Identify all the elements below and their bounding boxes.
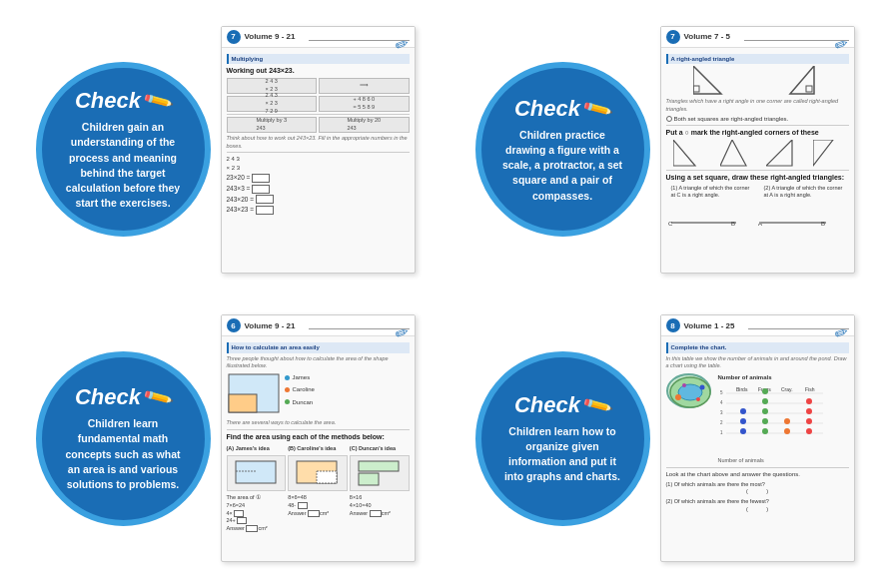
ws-chart-grid: Number of animals Birds Frogs Cray. Fish: [718, 373, 849, 464]
ws-chart-y-label: Number of animals: [718, 457, 849, 465]
svg-point-41: [762, 418, 768, 424]
check-header-bottom-right: Check ✏️: [514, 392, 610, 418]
svg-point-50: [806, 398, 812, 404]
quadrant-top-left: Check ✏️ Children gain an understanding …: [11, 15, 441, 285]
ws-triangle-examples: [666, 140, 849, 168]
svg-rect-3: [806, 86, 812, 92]
svg-text:1: 1: [720, 430, 723, 435]
tri-ex-4: [813, 140, 841, 168]
ws-james-eq: The area of ① 7×6=24 4× 24+ Answer cm²: [227, 494, 287, 532]
ws-method-james: (A) James's idea The area of ① 7×6=24 4×…: [227, 445, 287, 533]
svg-rect-19: [317, 471, 337, 483]
ws-checkbox-row-1: Both set squares are right-angled triang…: [666, 115, 849, 123]
svg-point-46: [784, 418, 790, 424]
tri-ex-1: [673, 140, 701, 168]
ws-badge-bottom-left: 6: [227, 318, 241, 332]
check-circle-top-left: Check ✏️ Children gain an understanding …: [36, 62, 211, 237]
name-caroline: Caroline: [285, 385, 315, 393]
svg-marker-0: [693, 66, 721, 94]
ws-method-grid: (A) James's idea The area of ① 7×6=24 4×…: [227, 445, 410, 533]
check-header-bottom-left: Check ✏️: [75, 384, 171, 410]
ws-cell-3: 2 4 3× 2 37 2 9: [227, 96, 318, 112]
james-rect-svg: [234, 459, 279, 487]
name-james: James: [285, 373, 315, 381]
worksheet-triangles: ✏ 7 Volume 7 - 5 A right-angled triangle…: [660, 26, 855, 274]
worksheet-area: ✏ 6 Volume 9 - 21 How to calculate an ar…: [221, 314, 416, 562]
quadrant-bottom-right: Check ✏️ Children learn how to organize …: [450, 303, 880, 573]
svg-text:Fish: Fish: [805, 386, 815, 392]
pencil-icon-bottom-left: ✏️: [142, 381, 176, 414]
ws-cell-2: ⟹: [319, 78, 410, 94]
ws-volume-bottom-right: Volume 1 - 25: [684, 321, 735, 330]
ws-header-top-right: 7 Volume 7 - 5: [661, 27, 854, 48]
ws-multiply-by3: Multiply by 3243: [227, 117, 318, 133]
ws-header-bottom-left: 6 Volume 9 - 21: [222, 315, 415, 336]
label-caroline: Caroline: [293, 385, 315, 393]
caroline-rect-svg: [295, 459, 340, 487]
svg-marker-5: [720, 140, 746, 166]
svg-text:Cray.: Cray.: [781, 386, 793, 392]
ws-triangle-section: A right-angled triangle: [666, 54, 849, 64]
ws-draw-desc-2: (2) A triangle of which the corner at A …: [764, 185, 844, 200]
svg-point-47: [806, 428, 812, 434]
svg-text:C: C: [668, 221, 673, 227]
ws-body-area: How to calculate an area easily Three pe…: [222, 336, 415, 536]
triangle-svg-1: [693, 66, 728, 96]
ws-area-diagram: James Caroline Duncan: [227, 372, 410, 417]
svg-point-44: [762, 388, 768, 394]
triangle-svg-2: [786, 66, 821, 96]
ws-header-top-left: 7 Volume 9 - 21: [222, 27, 415, 48]
ws-area-line: [227, 429, 410, 430]
ws-line-a: A B: [756, 203, 836, 228]
label-james: James: [293, 373, 311, 381]
ws-dot-chart: Birds Frogs Cray. Fish: [718, 383, 828, 453]
ws-duncan-area: [350, 455, 410, 491]
ws-multiply-by20: Multiply by 20243: [319, 117, 410, 133]
ws-method-caroline: (B) Caroline's idea 8×6=48 48- Answer cm…: [288, 445, 348, 533]
ws-task-1-label: Put a ○ mark the right-angled corners of…: [666, 128, 849, 138]
ws-checkbox-label-1: Both set squares are right-angled triang…: [674, 115, 789, 123]
svg-rect-20: [359, 461, 399, 471]
ws-duncan-eq: 8×16 4×10=40 Answer cm²: [350, 494, 410, 517]
check-label-bottom-left: Check: [75, 384, 141, 410]
ws-multiply-subtitle: Working out 243×23.: [227, 66, 410, 76]
ws-area-note: There are several ways to calculate the …: [227, 419, 410, 427]
worksheet-multiply: ✏ 7 Volume 9 - 21 Multiplying Working ou…: [221, 26, 416, 274]
ws-multiply-grid-2: Multiply by 3243 Multiply by 20243: [227, 117, 410, 133]
check-header-top-right: Check ✏️: [514, 96, 610, 122]
check-text-top-left: Children gain an understanding of the pr…: [60, 120, 187, 211]
check-circle-bottom-right: Check ✏️ Children learn how to organize …: [475, 351, 650, 526]
svg-point-45: [784, 428, 790, 434]
svg-point-37: [740, 428, 746, 434]
ws-task-2-label: Using a set square, draw these right-ang…: [666, 173, 849, 183]
check-label-top-left: Check: [75, 88, 141, 114]
pond-svg: [668, 375, 713, 410]
quadrant-top-right: Check ✏️ Children practice drawing a fig…: [450, 15, 880, 285]
svg-rect-1: [693, 86, 699, 92]
ws-line-c: C B: [666, 203, 746, 228]
check-text-top-right: Children practice drawing a figure with …: [499, 128, 626, 204]
ws-multiply-grid: 2 4 3× 2 3 ⟹ 2 4 3× 2 37 2 9 + 4 8 6 0= …: [227, 78, 410, 112]
ws-area-desc: Three people thought about how to calcul…: [227, 355, 410, 370]
svg-marker-2: [790, 66, 814, 94]
ws-draw-triangles: (1) A triangle of which the corner at C …: [666, 185, 849, 200]
name-duncan: Duncan: [285, 398, 315, 406]
eq-2: 243×3 =: [227, 184, 410, 194]
check-text-bottom-left: Children learn fundamental math concepts…: [60, 416, 187, 492]
ws-chart-line: [666, 467, 849, 468]
svg-text:Birds: Birds: [736, 386, 748, 392]
ws-area-shape: [227, 372, 282, 417]
ws-multiply-note: Think about how to work out 243×23. Fill…: [227, 135, 410, 150]
ws-area-title: How to calculate an area easily: [227, 342, 410, 352]
ws-triangle-diagram: [666, 66, 849, 96]
ws-body-multiply: Multiplying Working out 243×23. 2 4 3× 2…: [222, 48, 415, 220]
check-header-top-left: Check ✏️: [75, 88, 171, 114]
ws-chart-desc: In this table we show the number of anim…: [666, 355, 849, 370]
check-text-bottom-right: Children learn how to organize given inf…: [499, 424, 626, 485]
duncan-rect-svg: [357, 459, 402, 487]
ws-method-duncan: (C) Duncan's idea 8×16 4×10=40 Answer cm…: [350, 445, 410, 533]
pencil-icon-bottom-right: ✏️: [581, 388, 615, 421]
eq-3: 243×20 =: [227, 195, 410, 205]
ws-badge-top-left: 7: [227, 30, 241, 44]
ws-names: James Caroline Duncan: [285, 372, 315, 417]
